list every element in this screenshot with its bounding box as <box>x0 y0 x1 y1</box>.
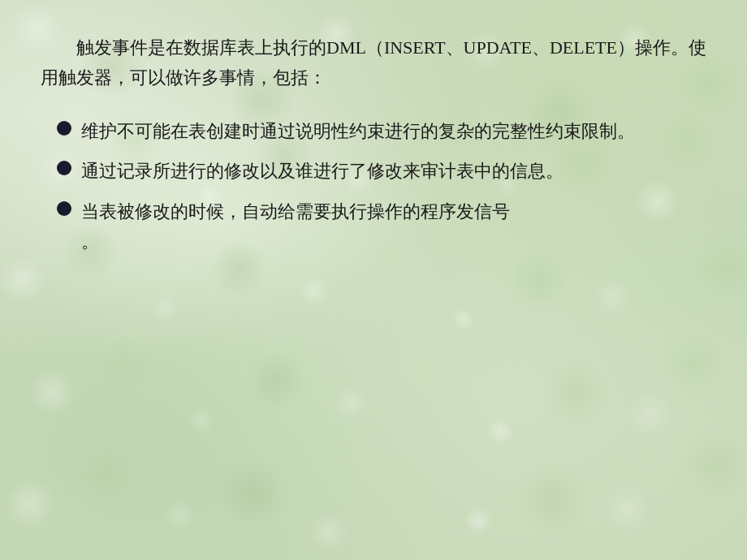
bullet-text-3-line1: 当表被修改的时候，自动给需要执行操作的程序发信号 <box>81 201 510 222</box>
list-item: 当表被修改的时候，自动给需要执行操作的程序发信号 。 <box>57 196 706 257</box>
bullet-dot-icon <box>57 121 71 136</box>
bullet-list: 维护不可能在表创建时通过说明性约束进行的复杂的完整性约束限制。 通过记录所进行的… <box>57 116 706 257</box>
list-item: 维护不可能在表创建时通过说明性约束进行的复杂的完整性约束限制。 <box>57 116 706 146</box>
list-item: 通过记录所进行的修改以及谁进行了修改来审计表中的信息。 <box>57 156 706 186</box>
bullet-dot-icon <box>57 161 71 175</box>
bullet-text-1: 维护不可能在表创建时通过说明性约束进行的复杂的完整性约束限制。 <box>81 116 706 146</box>
slide-container: 触发事件是在数据库表上执行的DML（INSERT、UPDATE、DELETE）操… <box>0 0 747 560</box>
bullet-dot-icon <box>57 201 71 216</box>
bullet-text-3-line2: 。 <box>81 226 706 256</box>
slide-content: 触发事件是在数据库表上执行的DML（INSERT、UPDATE、DELETE）操… <box>0 0 747 291</box>
intro-paragraph: 触发事件是在数据库表上执行的DML（INSERT、UPDATE、DELETE）操… <box>41 32 706 93</box>
bullet-text-3: 当表被修改的时候，自动给需要执行操作的程序发信号 。 <box>81 196 706 257</box>
bullet-text-2: 通过记录所进行的修改以及谁进行了修改来审计表中的信息。 <box>81 156 706 186</box>
